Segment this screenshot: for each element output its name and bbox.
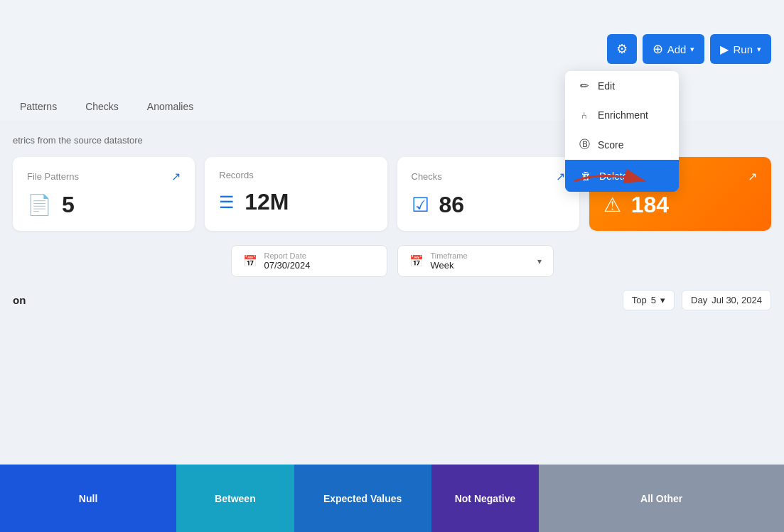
- tab-anomalies[interactable]: Anomalies: [133, 94, 208, 121]
- timeframe-label: Timeframe: [431, 251, 468, 260]
- day-selector[interactable]: Day Jul 30, 2024: [682, 290, 771, 310]
- card-checks-value-row: ☑ 86: [412, 192, 565, 218]
- card-file-patterns-value-row: 📄 5: [27, 192, 181, 218]
- score-icon: Ⓑ: [578, 138, 591, 151]
- day-value: Jul 30, 2024: [711, 295, 762, 305]
- checks-icon: ☑: [412, 193, 429, 217]
- plus-icon: ⊕: [653, 41, 663, 57]
- file-patterns-number: 5: [62, 192, 75, 218]
- top-chevron-icon: ▾: [660, 295, 665, 305]
- report-date-value: 07/30/2024: [264, 260, 311, 271]
- chevron-down-icon: ▾: [690, 45, 694, 54]
- day-label: Day: [691, 295, 707, 305]
- timeframe-info: Timeframe Week: [431, 251, 468, 271]
- score-label: Score: [598, 139, 624, 151]
- bar-not-negative[interactable]: Not Negative: [431, 465, 539, 532]
- records-number: 12M: [245, 189, 289, 215]
- timeframe-filter[interactable]: 📅 Timeframe Week ▾: [397, 245, 554, 277]
- file-patterns-arrow-icon[interactable]: ↗: [171, 170, 181, 183]
- report-date-label: Report Date: [264, 251, 311, 260]
- edit-label: Edit: [598, 80, 615, 92]
- chevron-down-icon-run: ▾: [757, 45, 761, 54]
- section-title: on: [13, 294, 26, 306]
- dropdown-score[interactable]: Ⓑ Score: [565, 129, 679, 160]
- timeframe-calendar-icon: 📅: [409, 254, 424, 268]
- add-label: Add: [667, 43, 687, 55]
- bar-chart: Null Between Expected Values Not Negativ…: [0, 465, 784, 532]
- card-file-patterns: File Patterns ↗ 📄 5: [13, 157, 195, 231]
- filters-row: 📅 Report Date 07/30/2024 📅 Timeframe Wee…: [13, 245, 771, 277]
- anomalies-number: 184: [631, 192, 669, 218]
- checks-arrow-icon[interactable]: ↗: [556, 170, 565, 183]
- card-records-value-row: ☰ 12M: [219, 189, 372, 215]
- file-patterns-icon: 📄: [27, 193, 52, 217]
- arrow-indicator: [574, 167, 660, 195]
- card-anomalies-value-row: ⚠ 184: [603, 192, 757, 218]
- card-file-patterns-title: File Patterns ↗: [27, 170, 181, 183]
- bar-expected-values[interactable]: Expected Values: [294, 465, 431, 532]
- gear-button[interactable]: ⚙: [607, 34, 637, 64]
- card-records: Records ☰ 12M: [205, 157, 387, 231]
- nav-tabs: Patterns Checks Anomalies: [0, 94, 208, 121]
- top-label: Top: [632, 295, 647, 305]
- toolbar: ⚙ ⊕ Add ▾ ▶ Run ▾: [607, 34, 771, 64]
- arrow-svg: [574, 167, 660, 195]
- timeframe-chevron-icon: ▾: [537, 256, 542, 266]
- top-selector[interactable]: Top 5 ▾: [623, 290, 675, 310]
- report-date-info: Report Date 07/30/2024: [264, 251, 311, 271]
- gear-icon: ⚙: [616, 41, 628, 57]
- tab-checks[interactable]: Checks: [71, 94, 133, 121]
- checks-number: 86: [439, 192, 465, 218]
- card-checks-title: Checks ↗: [412, 170, 565, 183]
- play-icon: ▶: [720, 43, 729, 56]
- dropdown-edit[interactable]: ✏ Edit: [565, 71, 679, 101]
- enrichment-icon: ⑃: [578, 110, 591, 121]
- section-header: on Top 5 ▾ Day Jul 30, 2024: [13, 290, 771, 310]
- edit-icon: ✏: [578, 80, 591, 92]
- calendar-icon: 📅: [243, 254, 257, 268]
- report-date-filter[interactable]: 📅 Report Date 07/30/2024: [231, 245, 387, 277]
- bar-all-other[interactable]: All Other: [539, 465, 784, 532]
- card-records-title: Records: [219, 170, 372, 180]
- card-checks: Checks ↗ ☑ 86: [397, 157, 579, 231]
- bar-between[interactable]: Between: [176, 465, 294, 532]
- add-button[interactable]: ⊕ Add ▾: [643, 34, 705, 64]
- run-button[interactable]: ▶ Run ▾: [710, 34, 771, 64]
- top-value: 5: [651, 295, 656, 305]
- enrichment-label: Enrichment: [598, 109, 648, 121]
- tab-patterns[interactable]: Patterns: [6, 94, 71, 121]
- run-label: Run: [733, 43, 753, 55]
- bar-null[interactable]: Null: [0, 465, 176, 532]
- anomalies-arrow-icon[interactable]: ↗: [748, 170, 757, 183]
- dropdown-enrichment[interactable]: ⑃ Enrichment: [565, 101, 679, 129]
- records-icon: ☰: [219, 192, 235, 212]
- timeframe-value: Week: [431, 260, 468, 271]
- anomalies-icon: ⚠: [603, 193, 621, 217]
